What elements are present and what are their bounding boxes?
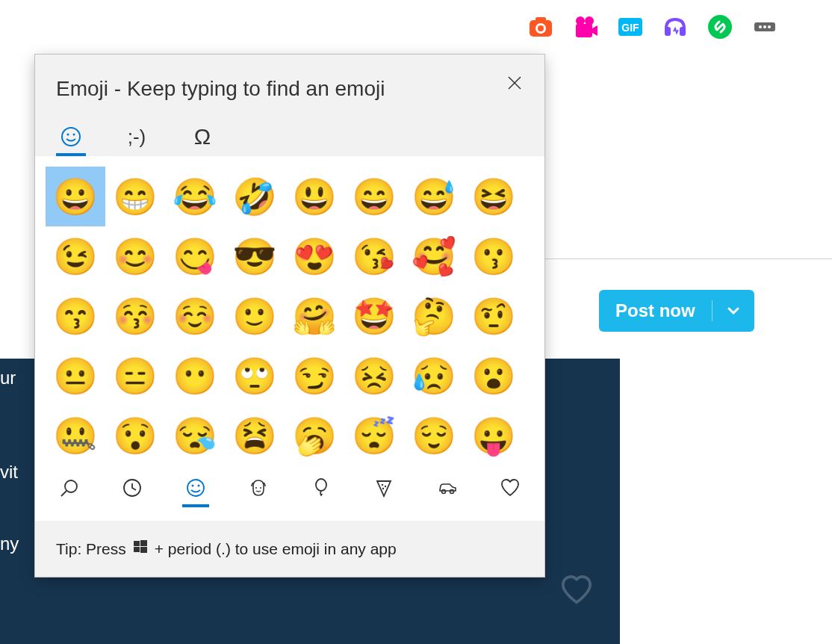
emoji-item[interactable]: 🙄	[225, 346, 285, 406]
emoji-item[interactable]: 😆	[464, 167, 524, 226]
svg-point-18	[73, 134, 75, 136]
post-now-label: Post now	[599, 300, 712, 321]
emoji-item[interactable]: ☺️	[165, 286, 225, 346]
category-heart-icon[interactable]	[497, 471, 524, 507]
emoji-item[interactable]: 🤨	[464, 286, 524, 346]
emoji-item[interactable]: 😣	[344, 346, 404, 406]
emoji-item[interactable]: 😫	[225, 406, 285, 465]
emoji-item[interactable]: 😐	[46, 346, 105, 406]
camera-icon[interactable]	[527, 13, 554, 40]
svg-point-17	[67, 134, 69, 136]
emoji-tip: Tip: Press + period (.) to use emoji in …	[35, 521, 544, 577]
tab-symbols[interactable]: Ω	[187, 120, 217, 156]
svg-point-27	[316, 479, 326, 491]
emoji-item[interactable]: 😌	[404, 406, 464, 465]
svg-point-19	[65, 480, 77, 492]
emoji-item[interactable]: 😃	[285, 167, 344, 226]
svg-point-15	[768, 25, 771, 28]
emoji-item[interactable]: 😁	[105, 167, 165, 226]
emoji-item[interactable]: 🤣	[225, 167, 285, 226]
tab-emoji[interactable]	[56, 120, 86, 156]
tab-kaomoji[interactable]: ;-)	[122, 120, 152, 156]
svg-point-23	[191, 485, 193, 487]
bg-text-fragment: ur	[0, 368, 16, 388]
svg-point-28	[382, 484, 383, 486]
svg-rect-34	[140, 540, 147, 546]
emoji-item[interactable]: 🤩	[344, 286, 404, 346]
category-food-icon[interactable]	[370, 471, 397, 507]
svg-rect-33	[134, 541, 140, 546]
tip-suffix: + period (.) to use emoji in any app	[155, 540, 397, 558]
emoji-item[interactable]: 🤔	[404, 286, 464, 346]
emoji-item[interactable]: 🤗	[285, 286, 344, 346]
emoji-item[interactable]: 😴	[344, 406, 404, 465]
bg-text-fragment: ny	[0, 533, 19, 554]
svg-point-32	[450, 490, 453, 494]
close-icon[interactable]	[504, 72, 525, 93]
svg-rect-6	[576, 24, 592, 37]
svg-point-16	[62, 128, 80, 146]
svg-point-22	[187, 480, 204, 496]
category-recent-icon[interactable]	[119, 471, 146, 507]
svg-rect-35	[134, 547, 140, 552]
emoji-category-row	[35, 468, 544, 521]
emoji-item[interactable]: 😊	[105, 226, 165, 286]
emoji-item[interactable]: 😘	[344, 226, 404, 286]
emoji-panel-title: Emoji - Keep typing to find an emoji	[56, 77, 524, 101]
svg-point-30	[382, 488, 384, 489]
emoji-item[interactable]: 🤐	[46, 406, 105, 465]
emoji-item[interactable]: 😋	[165, 226, 225, 286]
separator	[545, 258, 832, 259]
bg-text-fragment: vit	[0, 462, 18, 483]
emoji-item[interactable]: 😂	[165, 167, 225, 226]
audio-icon[interactable]	[662, 13, 689, 40]
emoji-item[interactable]: 😙	[46, 286, 105, 346]
emoji-item[interactable]: 🥰	[404, 226, 464, 286]
emoji-item[interactable]: 😅	[404, 167, 464, 226]
emoji-item[interactable]: 😛	[464, 406, 524, 465]
category-search-icon[interactable]	[56, 471, 83, 507]
emoji-item[interactable]: 😄	[344, 167, 404, 226]
link-icon[interactable]	[707, 13, 733, 40]
emoji-item[interactable]: 😑	[105, 346, 165, 406]
heart-icon	[560, 575, 593, 608]
category-smileys-icon[interactable]	[182, 471, 209, 507]
emoji-item[interactable]: 😎	[225, 226, 285, 286]
gif-icon[interactable]: GIF	[617, 13, 644, 40]
emoji-item[interactable]: 😥	[404, 346, 464, 406]
svg-rect-10	[680, 27, 686, 36]
tip-prefix: Tip: Press	[56, 540, 126, 558]
video-icon[interactable]	[572, 13, 599, 40]
svg-point-29	[385, 486, 386, 487]
emoji-item[interactable]: 😚	[105, 286, 165, 346]
svg-point-13	[759, 25, 762, 28]
post-now-button[interactable]: Post now	[599, 290, 754, 332]
category-people-icon[interactable]	[245, 471, 272, 507]
emoji-panel-tabs: ;-) Ω	[35, 107, 544, 156]
emoji-item[interactable]: 😪	[165, 406, 225, 465]
svg-point-25	[255, 487, 257, 489]
emoji-item[interactable]: 😮	[464, 346, 524, 406]
category-celebration-icon[interactable]	[308, 471, 335, 507]
svg-point-24	[197, 485, 199, 487]
svg-point-31	[441, 490, 445, 494]
emoji-item[interactable]: 😯	[105, 406, 165, 465]
svg-rect-36	[140, 547, 147, 553]
post-dropdown-chevron[interactable]	[713, 303, 754, 318]
emoji-item[interactable]: 😶	[165, 346, 225, 406]
more-icon[interactable]	[751, 13, 778, 40]
category-transport-icon[interactable]	[434, 471, 461, 507]
emoji-item[interactable]: 😉	[46, 226, 105, 286]
windows-key-icon	[132, 539, 149, 559]
emoji-item[interactable]: 😍	[285, 226, 344, 286]
svg-rect-9	[665, 27, 671, 36]
emoji-picker-panel: Emoji - Keep typing to find an emoji ;-)…	[34, 54, 545, 578]
emoji-item[interactable]: 😗	[464, 226, 524, 286]
svg-point-14	[763, 25, 766, 28]
emoji-item[interactable]: 🥱	[285, 406, 344, 465]
svg-point-2	[538, 25, 544, 31]
emoji-item[interactable]: 🙂	[225, 286, 285, 346]
emoji-item[interactable]: 😏	[285, 346, 344, 406]
svg-rect-3	[535, 17, 546, 22]
emoji-item[interactable]: 😀	[46, 167, 105, 226]
